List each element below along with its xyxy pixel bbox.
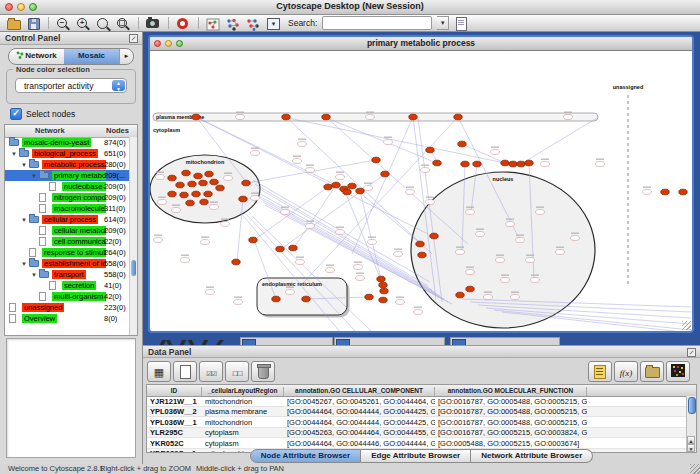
gene-node[interactable]: [406, 190, 415, 195]
dropdown-stepper-icon[interactable]: ▲▼: [112, 80, 125, 91]
selected-gene-node[interactable]: [186, 200, 194, 206]
gene-node[interactable]: [516, 238, 525, 243]
network-name[interactable]: Overview: [22, 314, 57, 323]
selected-gene-node[interactable]: [242, 180, 250, 186]
selected-gene-node[interactable]: [192, 191, 200, 197]
selected-gene-node[interactable]: [372, 157, 380, 163]
tab-network-attribute-browser[interactable]: Network Attribute Browser: [471, 449, 593, 463]
matrix-view-icon[interactable]: [666, 361, 690, 382]
snapshot-icon[interactable]: [146, 17, 161, 30]
network-name[interactable]: unassigned: [22, 303, 64, 312]
scroll-up-icon[interactable]: ▲: [687, 436, 695, 444]
selected-gene-node[interactable]: [418, 252, 426, 258]
tab-mosaic[interactable]: Mosaic: [64, 49, 119, 64]
network-canvas[interactable]: plasma membranecytoplasmmitochondrionnuc…: [150, 50, 692, 331]
select-all-attributes-icon[interactable]: ☑☑☑☑: [199, 361, 223, 382]
selected-gene-node[interactable]: [322, 114, 330, 120]
network-name[interactable]: cellular process: [42, 215, 98, 224]
selected-gene-node[interactable]: [430, 233, 438, 239]
tree-row[interactable]: ▼biological_process651(0): [5, 148, 137, 159]
gene-node[interactable]: [384, 140, 393, 145]
network-name[interactable]: cell communicat: [52, 237, 106, 246]
tree-row[interactable]: ▼metabolic process280(0): [5, 159, 137, 170]
selected-gene-node[interactable]: [456, 292, 464, 298]
tree-row[interactable]: unassigned223(0): [5, 302, 137, 313]
zoom-fit-icon[interactable]: [96, 17, 111, 30]
gene-node[interactable]: [484, 295, 493, 300]
selected-gene-node[interactable]: [379, 297, 387, 303]
network-name[interactable]: metabolic process: [42, 160, 106, 169]
edge[interactable]: [327, 118, 437, 163]
background-window-fragment[interactable]: [450, 337, 560, 345]
search-options-icon[interactable]: [454, 17, 469, 30]
table-row[interactable]: YJR121W__1mitochondrion[GO:0045267, GO:0…: [147, 396, 687, 407]
disclosure-arrow-icon[interactable]: ▼: [31, 172, 37, 180]
gene-node[interactable]: [364, 186, 373, 191]
gene-node[interactable]: [251, 151, 260, 156]
network-name[interactable]: nucleobase-: [62, 182, 106, 191]
gene-node[interactable]: [293, 159, 302, 164]
plasma-membrane-region[interactable]: [153, 113, 598, 121]
new-network-selected-edges-icon[interactable]: [246, 17, 261, 30]
selected-gene-node[interactable]: [200, 199, 208, 205]
edge[interactable]: [326, 117, 468, 244]
network-window-titlebar[interactable]: primary metabolic process: [150, 37, 692, 51]
selected-gene-node[interactable]: [272, 296, 280, 302]
selected-gene-node[interactable]: [416, 241, 424, 247]
selected-gene-node[interactable]: [180, 192, 188, 198]
table-row[interactable]: YLR295Ccytoplasm[GO:0045263, GO:0044464,…: [147, 428, 687, 439]
gene-node[interactable]: [286, 290, 295, 295]
import-attributes-icon[interactable]: [640, 361, 664, 382]
gene-node[interactable]: [206, 290, 215, 295]
selected-gene-node[interactable]: [210, 179, 218, 185]
gene-node[interactable]: [356, 276, 365, 281]
selected-gene-node[interactable]: [473, 161, 481, 167]
select-attributes-icon[interactable]: ▦: [147, 361, 171, 382]
tab-node-attribute-browser[interactable]: Node Attribute Browser: [250, 449, 362, 463]
create-attribute-icon[interactable]: [173, 361, 197, 382]
table-scrollbar[interactable]: ▲ ▼: [686, 396, 696, 452]
table-row[interactable]: YPL036W__2plasma membrane[GO:0044464, GO…: [147, 407, 687, 418]
tree-scrollbar[interactable]: [129, 137, 137, 335]
selected-gene-node[interactable]: [332, 182, 340, 188]
network-name[interactable]: nitrogen compo: [52, 193, 106, 202]
gene-node[interactable]: [306, 168, 315, 173]
selected-gene-node[interactable]: [356, 188, 364, 194]
selected-gene-node[interactable]: [176, 182, 184, 188]
selected-gene-node[interactable]: [661, 189, 669, 195]
gene-node[interactable]: [511, 295, 520, 300]
tree-row[interactable]: ▼establishment of lo558(0): [5, 258, 137, 269]
gene-node[interactable]: [394, 252, 403, 257]
gene-node[interactable]: [281, 210, 290, 215]
selected-gene-node[interactable]: [426, 147, 434, 153]
edge[interactable]: [288, 118, 505, 163]
select-nodes-checkbox[interactable]: ✓: [10, 108, 22, 120]
gene-node[interactable]: [556, 250, 565, 255]
function-builder-icon[interactable]: f(x): [614, 361, 638, 382]
gene-node[interactable]: [466, 210, 475, 215]
tree-row[interactable]: ▼primary metabo209(...: [5, 170, 137, 181]
search-dropdown-icon[interactable]: ▼: [437, 16, 449, 30]
birds-eye-view[interactable]: [6, 338, 136, 458]
selected-gene-node[interactable]: [348, 183, 356, 189]
network-name[interactable]: multi-organism pro: [52, 292, 106, 301]
selected-gene-node[interactable]: [343, 189, 351, 195]
network-name[interactable]: mosaic-demo-yeast: [22, 138, 91, 147]
selected-gene-node[interactable]: [517, 161, 525, 167]
gene-node[interactable]: [536, 210, 545, 215]
tab-scroll-right-icon[interactable]: ►: [119, 49, 133, 64]
network-name[interactable]: transport: [52, 270, 86, 279]
tree-row[interactable]: ▼cellular process614(0): [5, 214, 137, 225]
gene-node[interactable]: [496, 258, 505, 263]
new-network-from-selection-icon[interactable]: [226, 17, 241, 30]
network-name[interactable]: response to stimulu: [42, 248, 106, 257]
zoom-region-icon[interactable]: [116, 17, 131, 30]
selected-gene-node[interactable]: [249, 237, 257, 243]
gene-node[interactable]: [564, 115, 573, 120]
zoom-out-icon[interactable]: −: [56, 17, 71, 30]
table-row[interactable]: YPL036W__1mitochondrion[GO:0044464, GO:0…: [147, 417, 687, 428]
selected-gene-node[interactable]: [324, 184, 332, 190]
tree-row[interactable]: mosaic-demo-yeast874(0): [5, 137, 137, 148]
gene-node[interactable]: [643, 190, 652, 195]
gene-node[interactable]: [234, 300, 243, 305]
